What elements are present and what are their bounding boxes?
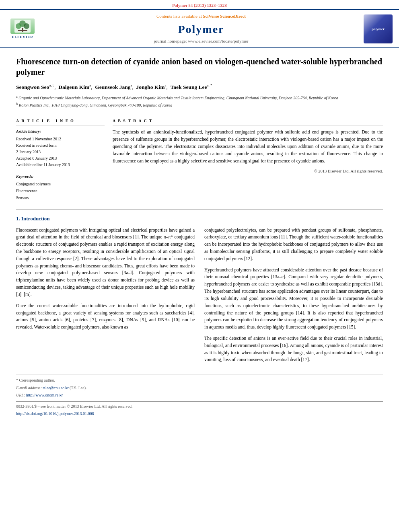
body-right-column: conjugated polyelectrolytes, can be prep… bbox=[204, 227, 383, 368]
polymer-journal-image: polymer bbox=[364, 14, 393, 43]
affiliations: a Organic and Optoelectronic Materials L… bbox=[16, 94, 383, 109]
elsevier-wordmark: ELSEVIER bbox=[12, 35, 33, 40]
abstract-text: The synthesis of an anionically-function… bbox=[113, 129, 383, 164]
journal-title: Polymer bbox=[43, 21, 360, 37]
author-2-sup: a bbox=[89, 83, 91, 87]
email-address[interactable]: tslee@cnu.ac.kr bbox=[43, 386, 68, 390]
svg-point-2 bbox=[16, 23, 21, 29]
article-history-label: Article history: bbox=[16, 129, 105, 134]
url-value[interactable]: http://www.onom.re.kr bbox=[26, 393, 63, 397]
main-content: Fluorescence turn-on detection of cyanid… bbox=[0, 48, 399, 426]
abstract-heading: A B S T R A C T bbox=[113, 118, 383, 125]
body-para-2: Once the correct water-soluble functiona… bbox=[16, 302, 195, 331]
journal-homepage: journal homepage: www.elsevier.com/locat… bbox=[43, 38, 360, 44]
footer-email: E-mail address: tslee@cnu.ac.kr (T.S. Le… bbox=[16, 385, 383, 391]
footer-divider bbox=[16, 401, 383, 402]
doi-line: http://dx.doi.org/10.1016/j.polymer.2013… bbox=[16, 411, 383, 417]
divider-2 bbox=[16, 209, 383, 210]
body-para-3: conjugated polyelectrolytes, can be prep… bbox=[204, 227, 383, 263]
author-4-name: Jongho Kim bbox=[136, 84, 165, 90]
author-2-name: Daigeun Kim bbox=[58, 84, 89, 90]
abstract-column: A B S T R A C T The synthesis of an anio… bbox=[113, 118, 383, 201]
body-para-1: Fluorescent conjugated polymers with int… bbox=[16, 227, 195, 298]
author-5-name: Taek Seung Lee bbox=[171, 84, 207, 90]
url-label: URL: bbox=[16, 393, 25, 397]
footer-url: URL: http://www.onom.re.kr bbox=[16, 392, 383, 398]
author-1-sup: a, b bbox=[49, 83, 54, 87]
copyright-line: © 2013 Elsevier Ltd. All rights reserved… bbox=[113, 168, 383, 175]
polymer-img-label: polymer bbox=[372, 27, 385, 32]
keywords-section: Keywords: Conjugated polymers Fluorescen… bbox=[16, 174, 105, 201]
keyword-3: Sensors bbox=[16, 194, 105, 201]
keywords-label: Keywords: bbox=[16, 174, 105, 179]
elsevier-logo: ELSEVIER bbox=[6, 18, 39, 40]
article-info-column: A R T I C L E I N F O Article history: R… bbox=[16, 118, 105, 201]
elsevier-logo-image bbox=[10, 18, 35, 34]
doi-link[interactable]: http://dx.doi.org/10.1016/j.polymer.2013… bbox=[16, 411, 94, 416]
article-title: Fluorescence turn-on detection of cyanid… bbox=[16, 56, 383, 77]
journal-volume: Polymer 54 (2013) 1323–1328 bbox=[172, 3, 226, 8]
journal-volume-bar: Polymer 54 (2013) 1323–1328 bbox=[0, 0, 399, 10]
author-1-name: Seongwon Seo bbox=[16, 84, 49, 90]
body-left-column: Fluorescent conjugated polymers with int… bbox=[16, 227, 195, 368]
footnote-star: * Corresponding author. bbox=[16, 378, 383, 383]
revised-label: Received in revised form bbox=[16, 142, 105, 149]
keyword-2: Fluorescence bbox=[16, 187, 105, 194]
divider-1 bbox=[16, 114, 383, 114]
revised-date: 2 January 2013 bbox=[16, 149, 105, 155]
corresponding-note: * Corresponding author. bbox=[16, 378, 55, 382]
affiliation-b: b Kolon Plastics Inc., 1018 Ungmyung-don… bbox=[16, 102, 383, 108]
sciverse-line: Contents lists available at SciVerse Sci… bbox=[43, 13, 360, 19]
affiliation-a: a Organic and Optoelectronic Materials L… bbox=[16, 94, 383, 101]
email-label: E-mail address: bbox=[16, 386, 42, 390]
issn-line: 0032-3861/$ – see front matter © 2013 El… bbox=[16, 403, 383, 409]
body-columns: Fluorescent conjugated polymers with int… bbox=[16, 227, 383, 368]
svg-point-3 bbox=[24, 23, 29, 29]
keyword-1: Conjugated polymers bbox=[16, 181, 105, 187]
author-4-sup: a bbox=[165, 83, 166, 87]
info-abstract-section: A R T I C L E I N F O Article history: R… bbox=[16, 118, 383, 201]
journal-header: ELSEVIER Contents lists available at Sci… bbox=[0, 10, 399, 48]
available-date: Available online 11 January 2013 bbox=[16, 162, 105, 168]
body-para-4: Hyperbranched polymers have attracted co… bbox=[204, 267, 383, 331]
email-person: (T.S. Lee). bbox=[70, 386, 87, 390]
author-5-sup: a, * bbox=[207, 83, 212, 87]
journal-center-info: Contents lists available at SciVerse Sci… bbox=[43, 13, 360, 44]
article-info-heading: A R T I C L E I N F O bbox=[16, 118, 105, 125]
author-3-sup: a bbox=[130, 83, 132, 87]
svg-rect-5 bbox=[18, 30, 27, 31]
accepted-date: Accepted 6 January 2013 bbox=[16, 155, 105, 162]
body-para-5: The specific detection of anions is an e… bbox=[204, 335, 383, 364]
svg-rect-4 bbox=[22, 28, 23, 32]
author-3-name: Geunseok Jang bbox=[95, 84, 130, 90]
section-1-title: 1. Introduction bbox=[16, 215, 383, 222]
sciverse-link-text[interactable]: SciVerse ScienceDirect bbox=[203, 14, 246, 18]
footer-section: * Corresponding author. E-mail address: … bbox=[16, 374, 383, 417]
received-date: Received 1 November 2012 bbox=[16, 136, 105, 142]
authors-line: Seongwon Seoa, b, Daigeun Kima, Geunseok… bbox=[16, 83, 383, 91]
